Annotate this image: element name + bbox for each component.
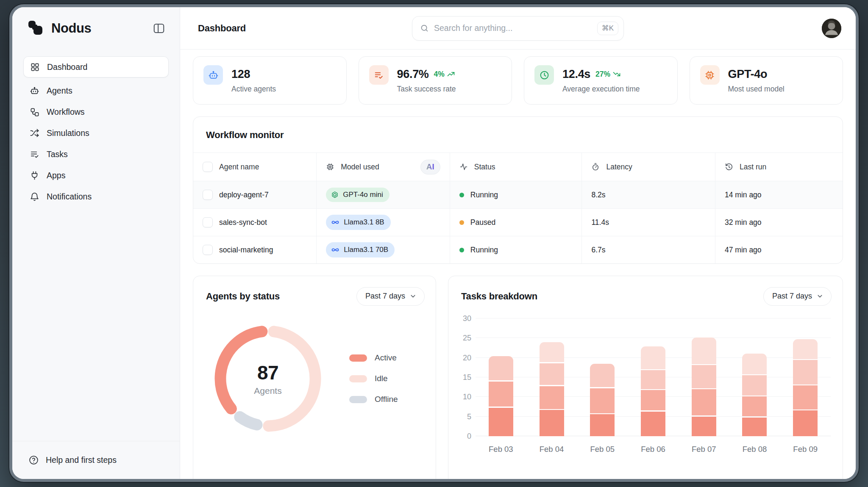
legend-swatch xyxy=(349,354,367,362)
list-check-icon xyxy=(30,149,39,159)
panel-title: Tasks breakdown xyxy=(461,291,537,302)
sidebar-item-notifications[interactable]: Notifications xyxy=(23,186,169,207)
x-axis-label: Feb 09 xyxy=(780,445,831,454)
sidebar-item-workflows[interactable]: Workflows xyxy=(23,101,169,122)
sidebar-item-label: Tasks xyxy=(47,149,68,159)
legend-item-offline: Offline xyxy=(349,395,398,404)
agent-name-cell: social-marketing xyxy=(193,236,317,263)
x-axis-label: Feb 04 xyxy=(526,445,577,454)
chevron-down-icon xyxy=(816,293,823,300)
table-header-row: Agent name Model used AI Status xyxy=(193,152,843,181)
nodus-logo-icon xyxy=(28,20,45,37)
donut-center-value: 87 xyxy=(257,361,278,384)
sidebar-item-apps[interactable]: Apps xyxy=(23,165,169,186)
row-checkbox[interactable] xyxy=(203,190,213,200)
help-link[interactable]: Help and first steps xyxy=(12,441,180,479)
trending-up-icon xyxy=(447,70,455,78)
status-dot xyxy=(459,193,464,197)
sidebar-collapse-icon[interactable] xyxy=(153,22,165,35)
last-run-cell: 14 min ago xyxy=(715,181,843,208)
x-axis-label: Feb 07 xyxy=(679,445,729,454)
stat-value: 12.4s xyxy=(562,68,590,81)
dashboard-content: 128 Active agents 96.7% 4% xyxy=(180,50,856,479)
workflow-monitor-title: Workflow monitor xyxy=(193,117,843,152)
avatar[interactable] xyxy=(822,19,841,38)
row-checkbox[interactable] xyxy=(203,217,213,227)
workflow-monitor-card: Workflow monitor Agent name Model used A… xyxy=(193,116,843,264)
sidebar-item-simulations[interactable]: Simulations xyxy=(23,122,169,144)
x-axis-label: Feb 06 xyxy=(628,445,679,454)
bot-icon xyxy=(30,86,39,96)
sidebar-item-dashboard[interactable]: Dashboard xyxy=(23,56,169,77)
page-title: Dashboard xyxy=(198,23,246,34)
help-label: Help and first steps xyxy=(46,455,117,465)
range-selector-button[interactable]: Past 7 days xyxy=(763,287,832,306)
plug-icon xyxy=(30,171,39,180)
legend-item-idle: Idle xyxy=(349,374,398,383)
search-bar[interactable]: ⌘K xyxy=(412,16,624,41)
stacked-bar xyxy=(793,318,818,436)
table-row[interactable]: sales-sync-bot Llama3.1 8B Paused xyxy=(193,208,843,236)
select-all-checkbox[interactable] xyxy=(203,162,213,172)
help-circle-icon xyxy=(28,455,39,465)
bell-icon xyxy=(30,192,39,202)
sidebar-item-label: Simulations xyxy=(47,128,89,138)
stacked-bar xyxy=(692,318,716,436)
topbar: Dashboard ⌘K xyxy=(180,7,856,50)
sidebar-item-label: Workflows xyxy=(47,107,85,117)
sidebar-item-tasks[interactable]: Tasks xyxy=(23,144,169,165)
legend-label: Idle xyxy=(375,374,388,383)
model-name: Llama3.1 70B xyxy=(344,246,388,254)
row-checkbox[interactable] xyxy=(203,245,213,255)
agents-by-status-card: Agents by status Past 7 days 87 Agents xyxy=(193,276,436,479)
model-pill: Llama3.1 8B xyxy=(326,215,390,230)
grid-icon xyxy=(30,62,40,72)
x-axis-label: Feb 08 xyxy=(729,445,780,454)
status-cell: Running xyxy=(450,181,582,208)
status-cell: Running xyxy=(450,236,582,263)
legend-label: Active xyxy=(375,353,397,362)
bar-chart: 051015202530 xyxy=(448,310,843,436)
chevron-down-icon xyxy=(409,293,417,300)
stat-label: Task success rate xyxy=(397,85,456,94)
legend-item-active: Active xyxy=(349,353,398,362)
table-row[interactable]: deploy-agent-7 GPT-4o mini Running xyxy=(193,181,843,208)
trend-value: 4% xyxy=(434,70,445,79)
sidebar-item-agents[interactable]: Agents xyxy=(23,80,169,101)
model-cell: Llama3.1 70B xyxy=(317,236,450,263)
sidebar-item-label: Dashboard xyxy=(47,62,87,72)
table-row[interactable]: social-marketing Llama3.1 70B Running xyxy=(193,236,843,263)
sidebar: Nodus Dashboard Agents Workflows Simulat… xyxy=(12,7,180,479)
search-input[interactable] xyxy=(434,23,592,33)
history-icon xyxy=(725,163,733,171)
trend-value: 27% xyxy=(595,70,610,79)
search-icon xyxy=(420,24,429,33)
stat-card-most-used-model: GPT-4o Most used model xyxy=(690,56,843,105)
agent-name-cell: sales-sync-bot xyxy=(193,209,317,236)
list-check-icon xyxy=(369,65,389,85)
workflow-table: Agent name Model used AI Status xyxy=(193,152,843,263)
bar-yaxis: 051015202530 xyxy=(457,318,476,436)
status-label: Running xyxy=(470,246,498,255)
bar-xlabels: Feb 03Feb 04Feb 05Feb 06Feb 07Feb 08Feb … xyxy=(476,445,831,454)
sidebar-header: Nodus xyxy=(12,7,180,50)
stat-cards-row: 128 Active agents 96.7% 4% xyxy=(193,56,843,105)
trend-badge: 27% xyxy=(595,70,621,79)
range-selector-button[interactable]: Past 7 days xyxy=(356,287,425,306)
trending-down-icon xyxy=(612,70,621,78)
main-area: Dashboard ⌘K 128 Active agents xyxy=(180,7,856,479)
x-axis-label: Feb 03 xyxy=(476,445,526,454)
legend-label: Offline xyxy=(375,395,398,404)
bottom-panels-row: Agents by status Past 7 days 87 Agents xyxy=(193,276,843,479)
last-run-cell: 47 min ago xyxy=(715,236,843,263)
model-pill: Llama3.1 70B xyxy=(326,242,395,257)
meta-logo-icon xyxy=(331,245,340,255)
stat-value: 128 xyxy=(231,68,250,81)
stat-label: Active agents xyxy=(231,85,276,94)
clock-icon xyxy=(534,65,554,85)
model-cell: GPT-4o mini xyxy=(317,181,450,208)
stat-label: Most used model xyxy=(728,85,785,94)
model-pill: GPT-4o mini xyxy=(326,188,389,202)
last-run-cell: 32 min ago xyxy=(715,209,843,236)
latency-cell: 6.7s xyxy=(582,236,715,263)
